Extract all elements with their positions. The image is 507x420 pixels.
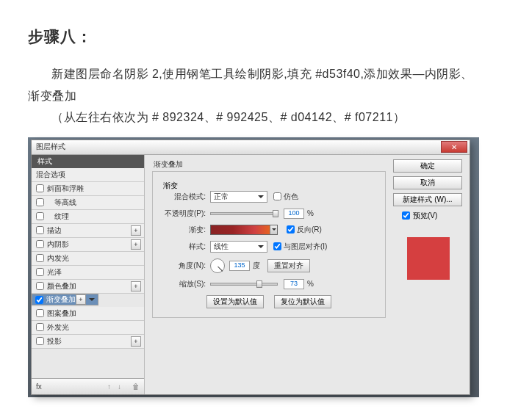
- opacity-value[interactable]: 100: [284, 209, 304, 219]
- sidebar-item[interactable]: 投影+: [32, 335, 144, 349]
- style-checkbox[interactable]: [36, 282, 44, 290]
- sidebar-footer: fx ↑↓ 🗑: [32, 378, 144, 394]
- ok-button[interactable]: 确定: [393, 159, 462, 173]
- sidebar-item[interactable]: 混合选项: [32, 168, 144, 182]
- reset-default-button[interactable]: 复位为默认值: [274, 295, 331, 308]
- sidebar-item[interactable]: 内阴影+: [32, 238, 144, 252]
- up-icon[interactable]: ↑: [107, 383, 118, 391]
- style-checkbox[interactable]: [36, 337, 44, 345]
- gradient-picker[interactable]: [210, 225, 278, 235]
- sidebar-item-label: 光泽: [47, 267, 62, 278]
- sidebar-item[interactable]: 光泽: [32, 266, 144, 280]
- dialog-title: 图层样式: [36, 142, 65, 152]
- plus-icon[interactable]: +: [131, 225, 141, 236]
- close-button[interactable]: ✕: [441, 141, 467, 153]
- right-column: 确定 取消 新建样式 (W)... 预览(V): [393, 155, 470, 394]
- dither-checkbox[interactable]: 仿色: [273, 192, 298, 202]
- style-checkbox[interactable]: [36, 268, 44, 276]
- opacity-slider[interactable]: [210, 212, 278, 215]
- style-select[interactable]: 线性: [210, 241, 267, 253]
- angle-label: 角度(N):: [160, 261, 206, 271]
- panel-title: 渐变叠加: [154, 159, 386, 170]
- cancel-button[interactable]: 取消: [393, 176, 462, 189]
- styles-sidebar: 样式 混合选项斜面和浮雕等高线纹理描边+内阴影+内发光光泽颜色叠加+渐变叠加+图…: [32, 155, 145, 394]
- set-default-button[interactable]: 设置为默认值: [206, 295, 264, 308]
- opacity-label: 不透明度(P):: [160, 209, 206, 219]
- align-checkbox[interactable]: 与图层对齐(I): [273, 242, 327, 252]
- plus-icon[interactable]: +: [131, 239, 141, 250]
- sidebar-item-label: 混合选项: [36, 170, 65, 180]
- style-checkbox[interactable]: [36, 212, 44, 220]
- reset-align-button[interactable]: 重置对齐: [267, 259, 310, 272]
- sidebar-item-label: 等高线: [54, 198, 76, 208]
- sidebar-item-label: 外发光: [47, 322, 69, 333]
- layer-style-dialog: 图层样式 ✕ 样式 混合选项斜面和浮雕等高线纹理描边+内阴影+内发光光泽颜色叠加…: [31, 140, 470, 395]
- sidebar-item[interactable]: 斜面和浮雕: [32, 182, 144, 196]
- sidebar-item-label: 描边: [47, 225, 62, 236]
- sidebar-item-label: 内阴影: [47, 239, 69, 250]
- scale-label: 缩放(S):: [160, 279, 206, 289]
- style-checkbox[interactable]: [35, 296, 43, 304]
- sidebar-header: 样式: [32, 155, 144, 168]
- gradient-dropdown-icon[interactable]: [270, 225, 277, 234]
- sidebar-item-label: 渐变叠加: [46, 294, 76, 305]
- plus-icon[interactable]: +: [131, 336, 141, 347]
- style-checkbox[interactable]: [36, 226, 44, 234]
- down-icon[interactable]: ↓: [118, 383, 128, 391]
- screenshot-wrapper: 图层样式 ✕ 样式 混合选项斜面和浮雕等高线纹理描边+内阴影+内发光光泽颜色叠加…: [28, 137, 479, 397]
- scale-slider[interactable]: [210, 283, 278, 286]
- group-label: 渐变: [160, 181, 181, 191]
- reverse-checkbox[interactable]: 反向(R): [287, 225, 322, 235]
- style-checkbox[interactable]: [36, 254, 44, 262]
- preview-swatch: [407, 237, 450, 280]
- angle-value[interactable]: 135: [229, 261, 250, 271]
- titlebar[interactable]: 图层样式 ✕: [32, 140, 470, 155]
- preview-checkbox[interactable]: 预览(V): [393, 211, 464, 221]
- sidebar-item[interactable]: 描边+: [32, 224, 144, 238]
- sidebar-item-label: 纹理: [54, 211, 69, 222]
- sidebar-item[interactable]: 图案叠加: [32, 307, 144, 321]
- style-checkbox[interactable]: [36, 240, 44, 248]
- sidebar-item-label: 投影: [47, 336, 62, 347]
- sidebar-item[interactable]: 渐变叠加+: [32, 294, 98, 305]
- plus-icon[interactable]: +: [76, 294, 86, 305]
- sidebar-item[interactable]: 颜色叠加+: [32, 280, 144, 294]
- sidebar-item-label: 颜色叠加: [47, 281, 76, 292]
- style-checkbox[interactable]: [36, 323, 44, 331]
- trash-icon[interactable]: 🗑: [132, 383, 140, 391]
- sidebar-item-label: 图案叠加: [47, 308, 76, 319]
- step-description: 新建图层命名阴影 2,使用钢笔工具绘制阴影,填充 #d53f40,添加效果—内阴…: [28, 63, 479, 128]
- sidebar-item[interactable]: 纹理: [32, 210, 144, 224]
- scale-value[interactable]: 73: [284, 279, 304, 289]
- style-checkbox[interactable]: [36, 309, 44, 317]
- blend-mode-label: 混合模式:: [160, 192, 206, 202]
- sidebar-item[interactable]: 内发光: [32, 252, 144, 266]
- sidebar-item[interactable]: 等高线: [32, 196, 144, 210]
- angle-dial[interactable]: [210, 258, 225, 273]
- settings-panel: 渐变叠加 渐变 混合模式: 正常 仿色 不透明度(P): 100 %: [145, 155, 393, 394]
- style-label: 样式:: [160, 242, 206, 252]
- gradient-label: 渐变:: [160, 225, 206, 235]
- new-style-button[interactable]: 新建样式 (W)...: [393, 193, 462, 206]
- sidebar-item-label: 斜面和浮雕: [47, 184, 84, 194]
- style-checkbox[interactable]: [36, 198, 44, 206]
- blend-mode-select[interactable]: 正常: [210, 191, 267, 203]
- style-checkbox[interactable]: [36, 184, 44, 192]
- sidebar-item-label: 内发光: [47, 253, 69, 264]
- fx-label[interactable]: fx: [36, 383, 42, 391]
- plus-icon[interactable]: +: [131, 281, 141, 292]
- sidebar-item[interactable]: 外发光: [32, 321, 144, 335]
- step-title: 步骤八：: [28, 26, 479, 47]
